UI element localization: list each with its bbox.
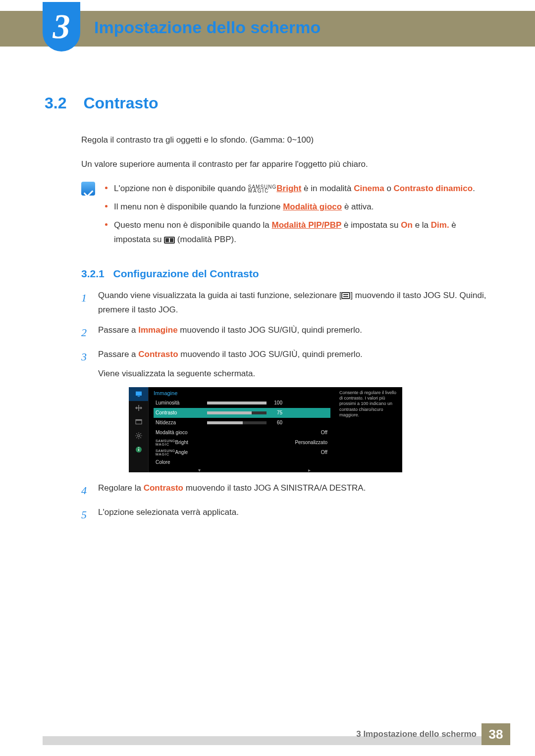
osd-tab-info-icon xyxy=(129,443,148,456)
page-footer: 3 Impostazione dello schermo 38 xyxy=(0,723,535,745)
note-item-3: Questo menu non è disponibile quando la … xyxy=(105,218,490,247)
osd-value: 75 xyxy=(270,410,284,415)
osd-tab-picture-icon xyxy=(129,387,148,401)
note-block: L'opzione non è disponibile quando SAMSU… xyxy=(81,182,490,251)
osd-sidebar xyxy=(129,387,149,472)
samsung-magic-logo: SAMSUNGMAGIC xyxy=(248,185,277,193)
chapter-number: 3 xyxy=(53,7,70,47)
osd-row: Colore xyxy=(154,457,330,467)
osd-row-label: Nitidezza xyxy=(154,420,203,425)
osd-tab-settings-icon xyxy=(129,429,148,443)
osd-row-label: Modalità gioco xyxy=(154,430,203,435)
magic-bright-link[interactable]: Bright xyxy=(276,184,301,193)
osd-row-label: SAMSUNGMAGICBright xyxy=(154,439,203,446)
osd-row-label: Contrasto xyxy=(154,410,203,415)
step-number: 4 xyxy=(81,481,89,500)
svg-point-4 xyxy=(137,435,140,437)
section-number: 3.2 xyxy=(45,94,81,112)
chapter-title: Impostazione dello schermo xyxy=(94,18,321,37)
svg-rect-7 xyxy=(138,447,139,448)
pbp-mode-icon xyxy=(164,237,175,244)
svg-rect-6 xyxy=(138,449,139,451)
step-3-followup: Viene visualizzata la seguente schermata… xyxy=(98,369,255,378)
intro-p2: Un valore superiore aumenta il contrasto… xyxy=(81,157,490,171)
section-heading: 3.2 Contrasto xyxy=(45,94,490,112)
svg-rect-3 xyxy=(136,419,142,420)
steps-list: 1 Quando viene visualizzata la guida ai … xyxy=(81,289,490,381)
osd-row-label: Luminosità xyxy=(154,400,203,405)
osd-tab-size-icon xyxy=(129,401,148,415)
osd-row: Nitidezza60 xyxy=(154,418,330,428)
osd-main: Immagine Luminosità100Contrasto75Nitidez… xyxy=(149,387,335,472)
osd-row: Contrasto75 xyxy=(154,408,330,418)
osd-row-label: Colore xyxy=(154,459,203,465)
game-mode-link[interactable]: Modalità gioco xyxy=(283,202,342,211)
mode-cinema: Cinema xyxy=(354,184,384,193)
step-1: 1 Quando viene visualizzata la guida ai … xyxy=(81,289,490,317)
note-check-icon xyxy=(81,182,95,196)
osd-tab-pip-icon xyxy=(129,415,148,429)
osd-value: Off xyxy=(207,450,330,455)
step-number: 3 xyxy=(81,348,89,381)
osd-row: SAMSUNGMAGICAngleOff xyxy=(154,448,330,457)
svg-rect-0 xyxy=(136,392,142,396)
value-on: On xyxy=(401,220,413,230)
note-item-2: Il menu non è disponibile quando la funz… xyxy=(105,200,490,214)
osd-slider xyxy=(207,402,267,404)
osd-row-label: SAMSUNGMAGICAngle xyxy=(154,449,203,456)
osd-header: Immagine xyxy=(154,390,330,396)
arrow-right-icon: ▸ xyxy=(308,467,311,473)
step-2: 2 Passare a Immagine muovendo il tasto J… xyxy=(81,323,490,342)
osd-slider xyxy=(207,421,267,424)
step-number: 1 xyxy=(81,289,89,317)
menu-contrasto: Contrasto xyxy=(144,483,183,493)
steps-list-cont: 4 Regolare la Contrasto muovendo il tast… xyxy=(81,481,490,524)
subsection-number: 3.2.1 xyxy=(81,268,105,279)
osd-row: Modalità giocoOff xyxy=(154,428,330,438)
subsection-title: Configurazione del Contrasto xyxy=(113,268,259,279)
step-5: 5 L'opzione selezionata verrà applicata. xyxy=(81,505,490,524)
osd-screenshot: Immagine Luminosità100Contrasto75Nitidez… xyxy=(129,387,402,472)
osd-slider xyxy=(207,411,267,414)
menu-immagine: Immagine xyxy=(138,325,177,335)
section-title: Contrasto xyxy=(83,94,158,112)
subsection-heading: 3.2.1 Configurazione del Contrasto xyxy=(81,268,490,280)
menu-contrasto: Contrasto xyxy=(138,350,178,359)
step-3: 3 Passare a Contrasto muovendo il tasto … xyxy=(81,348,490,381)
osd-description: Consente di regolare il livello di contr… xyxy=(335,387,402,472)
pip-pbp-link[interactable]: Modalità PIP/PBP xyxy=(272,220,342,230)
note-list: L'opzione non è disponibile quando SAMSU… xyxy=(105,182,490,251)
step-4: 4 Regolare la Contrasto muovendo il tast… xyxy=(81,481,490,500)
osd-value: Personalizzato xyxy=(207,440,330,445)
mode-dynamic-contrast: Contrasto dinamico xyxy=(394,184,473,193)
osd-value: 100 xyxy=(270,400,284,405)
page-content: 3.2 Contrasto Regola il contrasto tra gl… xyxy=(45,94,490,530)
note-item-1: L'opzione non è disponibile quando SAMSU… xyxy=(105,182,490,196)
arrow-down-icon: ▾ xyxy=(198,467,201,473)
footer-page-number: 38 xyxy=(482,723,510,745)
step-5-text: L'opzione selezionata verrà applicata. xyxy=(98,505,239,524)
osd-nav-arrows: ▾▸ xyxy=(154,467,330,473)
step-number: 2 xyxy=(81,323,89,342)
intro-block: Regola il contrasto tra gli oggetti e lo… xyxy=(81,133,490,171)
chapter-badge: 3 xyxy=(43,2,80,51)
menu-icon xyxy=(341,292,350,299)
osd-value: Off xyxy=(207,430,330,435)
value-dim: Dim. xyxy=(431,220,449,230)
osd-row: SAMSUNGMAGICBrightPersonalizzato xyxy=(154,438,330,448)
footer-text: 3 Impostazione dello schermo xyxy=(356,729,477,739)
step-number: 5 xyxy=(81,505,89,524)
intro-p1: Regola il contrasto tra gli oggetti e lo… xyxy=(81,133,490,147)
osd-row: Luminosità100 xyxy=(154,398,330,408)
osd-value: 60 xyxy=(270,420,284,425)
svg-rect-1 xyxy=(137,396,140,397)
